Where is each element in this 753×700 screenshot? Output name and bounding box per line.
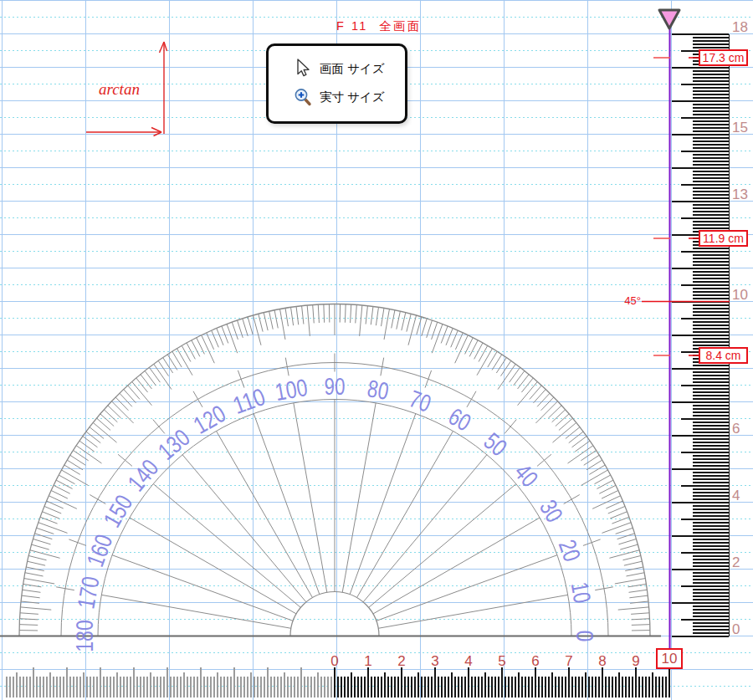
- svg-text:2: 2: [732, 554, 740, 570]
- svg-text:0: 0: [571, 631, 598, 642]
- svg-text:4: 4: [464, 653, 472, 669]
- svg-text:7: 7: [565, 653, 572, 669]
- svg-text:6: 6: [732, 421, 740, 437]
- svg-text:30: 30: [535, 495, 568, 527]
- svg-text:6: 6: [531, 653, 539, 669]
- svg-text:80: 80: [366, 375, 391, 405]
- svg-text:110: 110: [229, 383, 269, 419]
- svg-text:15: 15: [732, 120, 748, 135]
- svg-text:2: 2: [397, 653, 405, 669]
- svg-text:160: 160: [81, 531, 117, 570]
- svg-text:180: 180: [71, 620, 98, 652]
- svg-text:140: 140: [122, 454, 163, 496]
- fullscreen-hint: F 11 全画面: [336, 18, 422, 34]
- svg-text:5: 5: [498, 653, 505, 669]
- horizontal-ruler: 0123456789: [7, 653, 669, 697]
- svg-text:50: 50: [479, 427, 512, 462]
- context-menu: 画面 サイズ 実寸 サイズ: [266, 43, 407, 124]
- svg-text:3: 3: [431, 653, 438, 669]
- vertical-ruler: 181513106420: [672, 19, 748, 637]
- svg-text:1: 1: [364, 653, 371, 669]
- menu-item-actual-size[interactable]: 実寸 サイズ: [269, 84, 405, 110]
- screen-ruler-app: 0102030405060708090100110120130140150160…: [0, 0, 753, 700]
- angle-readout: 45°: [602, 294, 641, 307]
- svg-text:0: 0: [732, 621, 740, 637]
- svg-text:0: 0: [330, 653, 338, 669]
- svg-text:90: 90: [325, 373, 346, 400]
- svg-text:70: 70: [406, 385, 434, 417]
- svg-text:100: 100: [273, 374, 309, 406]
- svg-text:170: 170: [72, 575, 104, 611]
- svg-text:150: 150: [99, 490, 138, 531]
- svg-text:4: 4: [732, 488, 740, 503]
- svg-text:18: 18: [732, 19, 748, 35]
- measurement-readout: 11.9 cm: [699, 230, 748, 247]
- cursor-icon: [294, 59, 312, 79]
- svg-text:130: 130: [153, 424, 195, 465]
- measurement-readout: 8.4 cm: [699, 347, 748, 364]
- protractor: 0102030405060708090100110120130140150160…: [0, 304, 661, 652]
- svg-text:60: 60: [444, 402, 476, 436]
- svg-text:13: 13: [732, 186, 748, 202]
- menu-item-screen-size[interactable]: 画面 サイズ: [269, 56, 405, 81]
- svg-text:10: 10: [732, 287, 748, 303]
- svg-text:20: 20: [554, 536, 587, 565]
- ruler-endpoint-highlight: 10: [656, 648, 683, 669]
- svg-text:9: 9: [632, 653, 639, 669]
- menu-item-label: 実寸 サイズ: [320, 89, 385, 105]
- arctan-label: arctan: [99, 80, 140, 99]
- svg-text:8: 8: [598, 653, 606, 669]
- svg-text:120: 120: [189, 400, 230, 439]
- svg-text:40: 40: [510, 458, 544, 492]
- zoom-in-icon: [294, 87, 312, 107]
- marker-triangle-handle[interactable]: [659, 10, 679, 28]
- measurement-marks: [642, 58, 730, 355]
- menu-item-label: 画面 サイズ: [320, 61, 385, 77]
- svg-text:10: 10: [566, 580, 597, 605]
- measurement-readout: 17.3 cm: [699, 49, 748, 66]
